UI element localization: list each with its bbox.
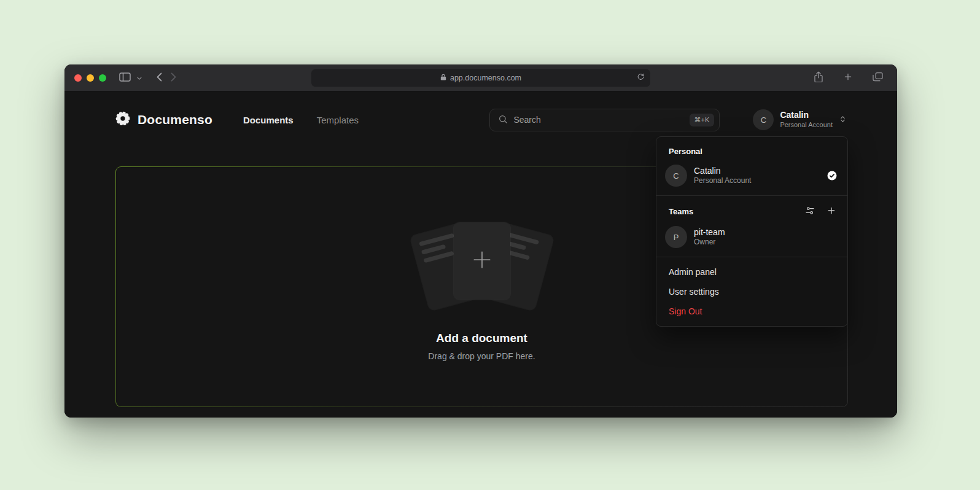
menu-item-admin-panel[interactable]: Admin panel	[656, 262, 847, 282]
new-tab-button[interactable]	[841, 70, 855, 85]
add-document-plus-icon	[470, 248, 494, 274]
team-role: Owner	[694, 238, 725, 247]
browser-window: app.documenso.com	[64, 64, 897, 418]
nav-templates[interactable]: Templates	[317, 115, 359, 125]
selected-check-icon	[826, 170, 838, 181]
teams-section-header: Teams	[656, 197, 847, 222]
account-type: Personal Account	[780, 121, 833, 130]
menu-separator	[656, 257, 847, 257]
sidebar-icon	[119, 72, 131, 84]
toolbar-right-actions	[811, 64, 886, 91]
browser-toolbar: app.documenso.com	[64, 64, 897, 91]
main-nav: Documents Templates	[243, 115, 359, 125]
sidebar-menu-button[interactable]	[134, 71, 145, 85]
brand-name: Documenso	[138, 112, 212, 127]
address-bar[interactable]: app.documenso.com	[311, 69, 650, 87]
personal-avatar: C	[665, 165, 687, 187]
personal-type: Personal Account	[694, 176, 751, 186]
create-team-button[interactable]	[825, 204, 838, 219]
documents-illustration	[402, 212, 562, 309]
menu-actions: Admin panel User settings Sign Out	[656, 259, 847, 322]
back-button[interactable]	[154, 70, 165, 86]
tabs-icon	[873, 72, 883, 84]
chevron-right-icon	[171, 72, 176, 84]
share-icon	[814, 71, 823, 85]
illustration-card-center	[454, 222, 510, 300]
team-name: pit-team	[694, 227, 725, 238]
traffic-light-minimize[interactable]	[87, 74, 94, 82]
app-content: Documenso Documents Templates Search ⌘+K…	[64, 91, 897, 418]
share-button[interactable]	[811, 69, 826, 87]
forward-button[interactable]	[168, 70, 179, 86]
reload-icon	[637, 73, 645, 83]
plus-icon	[844, 72, 852, 83]
chevrons-up-down-icon	[839, 115, 847, 125]
account-name: Catalin	[780, 110, 809, 121]
dropzone-title: Add a document	[436, 332, 527, 345]
menu-item-user-settings[interactable]: User settings	[656, 282, 847, 301]
traffic-lights	[74, 74, 106, 82]
sidebar-toggle-button[interactable]	[116, 70, 134, 86]
team-avatar: P	[665, 226, 687, 248]
search-placeholder: Search	[513, 115, 540, 125]
traffic-light-close[interactable]	[74, 74, 82, 82]
manage-teams-button[interactable]	[804, 204, 816, 219]
reload-button[interactable]	[636, 72, 646, 84]
tab-overview-button[interactable]	[869, 70, 886, 86]
personal-section-label: Personal	[656, 139, 847, 161]
dropzone-subtitle: Drag & drop your PDF here.	[428, 351, 535, 361]
plus-icon	[826, 206, 836, 217]
chevron-left-icon	[157, 72, 162, 84]
lock-icon	[440, 73, 446, 82]
brand[interactable]: Documenso	[115, 111, 212, 129]
search-shortcut-badge: ⌘+K	[690, 114, 715, 126]
search-input[interactable]: Search ⌘+K	[489, 109, 720, 131]
settings-sliders-icon	[805, 206, 815, 217]
nav-documents[interactable]: Documents	[243, 115, 294, 125]
account-menu-trigger[interactable]: C Catalin Personal Account	[753, 109, 847, 130]
account-avatar: C	[753, 109, 774, 130]
personal-account-item[interactable]: C Catalin Personal Account	[656, 161, 847, 194]
menu-item-sign-out[interactable]: Sign Out	[656, 301, 847, 321]
search-icon	[498, 114, 508, 126]
traffic-light-zoom[interactable]	[99, 74, 106, 82]
url-text: app.documenso.com	[450, 74, 521, 82]
documenso-logo-icon	[115, 111, 131, 129]
personal-name: Catalin	[694, 165, 751, 176]
chevron-down-icon	[137, 73, 142, 82]
teams-section-label: Teams	[669, 207, 693, 216]
account-dropdown-menu: Personal C Catalin Personal Account Team…	[656, 136, 848, 327]
team-item[interactable]: P pit-team Owner	[656, 222, 847, 255]
menu-separator	[656, 195, 847, 196]
